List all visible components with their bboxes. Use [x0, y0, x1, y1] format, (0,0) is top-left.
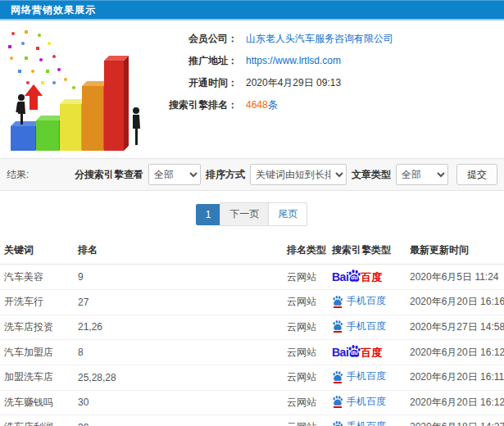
open-time-row: 开通时间： 2020年4月29日 09:13	[149, 76, 504, 98]
updated-time-cell: 2020年6月20日 16:16	[406, 290, 504, 315]
baidu-mobile-paw-icon	[332, 295, 343, 308]
updated-time-cell: 2020年5月27日 14:58	[406, 315, 504, 340]
table-row: 加盟洗车店25,28,28云网站手机百度2020年6月20日 16:11	[0, 365, 504, 391]
baidu-paw-icon: du	[347, 269, 361, 283]
member-company-link[interactable]: 山东老人头汽车服务咨询有限公司	[246, 32, 393, 46]
engine-type-cell: Baidu百度	[328, 340, 406, 365]
header-updated: 最新更新时间	[406, 236, 504, 265]
pagination: 1下一页尾页	[0, 191, 504, 236]
type-filter-select[interactable]: 全部	[396, 164, 448, 185]
baidu-mobile-label: 手机百度	[347, 419, 386, 426]
rank-type-cell: 云网站	[283, 265, 328, 290]
baidu-mobile-badge: 手机百度	[332, 294, 386, 308]
rank-unit: 条	[268, 99, 278, 111]
filter-bar: 结果: 分搜索引擎查看 全部 排序方式 关键词由短到长排序 文章类型 全部 提交	[0, 158, 504, 191]
rank-count: 4648	[246, 99, 268, 111]
baidu-mobile-badge: 手机百度	[332, 320, 386, 333]
page-title: 网络营销效果展示	[11, 3, 96, 17]
engine-filter-select[interactable]: 全部	[148, 164, 201, 185]
baidu-mobile-badge: 手机百度	[332, 369, 386, 383]
rank-type-cell: 云网站	[283, 390, 328, 415]
baidu-mobile-label: 手机百度	[347, 320, 386, 333]
engine-type-cell: 手机百度	[328, 415, 406, 426]
rank-cell: 27	[74, 290, 283, 315]
updated-time-cell: 2020年6月20日 16:12	[406, 390, 504, 415]
sort-filter-select[interactable]: 关键词由短到长排序	[250, 164, 347, 185]
rank-type-cell: 云网站	[283, 315, 328, 340]
engine-type-cell: 手机百度	[328, 290, 406, 315]
updated-time-cell: 2020年6月5日 11:24	[406, 265, 504, 290]
baidu-paw-icon: du	[347, 344, 361, 358]
type-filter-label: 文章类型	[352, 168, 391, 182]
baidu-mobile-paw-icon	[332, 420, 343, 426]
keyword-cell: 加盟洗车店	[0, 365, 74, 391]
baidu-mobile-paw-icon	[332, 395, 343, 408]
engine-rank-row: 搜索引擎排名： 4648条	[149, 98, 504, 120]
last-page-button[interactable]: 尾页	[268, 202, 307, 226]
filter-controls: 分搜索引擎查看 全部 排序方式 关键词由短到长排序 文章类型 全部 提交	[75, 164, 497, 185]
baidu-mobile-badge: 手机百度	[332, 419, 386, 426]
rank-type-cell: 云网站	[283, 290, 328, 315]
header-rank-type: 排名类型	[283, 236, 328, 265]
table-header-row: 关键词 排名 排名类型 搜索引擎类型 最新更新时间	[0, 236, 504, 265]
table-row: 洗车店投资21,26云网站手机百度2020年5月27日 14:58	[0, 315, 504, 340]
updated-time-cell: 2020年6月20日 16:11	[406, 365, 504, 391]
engine-type-cell: 手机百度	[328, 365, 406, 391]
result-label: 结果:	[7, 168, 29, 182]
page-1-button[interactable]: 1	[196, 204, 221, 225]
engine-rank-label: 搜索引擎排名：	[149, 98, 238, 112]
member-info: 会员公司： 山东老人头汽车服务咨询有限公司 推广地址： https://www.…	[149, 20, 504, 120]
baidu-mobile-label: 手机百度	[347, 294, 386, 308]
baidu-logo: Baidu百度	[332, 269, 382, 285]
keyword-cell: 汽车加盟店	[0, 340, 74, 365]
engine-type-cell: 手机百度	[328, 390, 406, 415]
table-row: 洗车店利润30云网站手机百度2020年6月18日 14:27	[0, 415, 504, 426]
engine-filter-label: 分搜索引擎查看	[75, 168, 143, 182]
baidu-logo: Baidu百度	[332, 344, 382, 360]
baidu-mobile-paw-icon	[332, 320, 343, 333]
keyword-cell: 开洗车行	[0, 290, 74, 315]
engine-type-cell: Baidu百度	[328, 265, 406, 290]
baidu-mobile-paw-icon	[332, 370, 343, 383]
rank-type-cell: 云网站	[283, 415, 328, 426]
rank-type-cell: 云网站	[283, 365, 328, 391]
keyword-rank-table: 关键词 排名 排名类型 搜索引擎类型 最新更新时间 汽车美容9云网站Baidu百…	[0, 236, 504, 426]
open-time-label: 开通时间：	[149, 76, 238, 90]
keyword-cell: 洗车赚钱吗	[0, 390, 74, 415]
header-keyword: 关键词	[0, 236, 74, 265]
keyword-cell: 洗车店投资	[0, 315, 74, 340]
keyword-cell: 汽车美容	[0, 265, 74, 290]
table-row: 开洗车行27云网站手机百度2020年6月20日 16:16	[0, 290, 504, 315]
rank-cell: 30	[74, 415, 283, 426]
sort-filter-label: 排序方式	[206, 168, 245, 182]
header-rank: 排名	[74, 236, 283, 265]
promo-url-label: 推广地址：	[149, 54, 238, 68]
updated-time-cell: 2020年6月18日 14:27	[406, 415, 504, 426]
member-company-label: 会员公司：	[149, 32, 238, 46]
open-time-value: 2020年4月29日 09:13	[246, 76, 341, 90]
table-row: 汽车美容9云网站Baidu百度2020年6月5日 11:24	[0, 265, 504, 290]
growth-chart-illustration	[0, 24, 146, 156]
engine-type-cell: 手机百度	[328, 315, 406, 340]
up-arrow-icon	[25, 84, 43, 110]
rank-cell: 9	[74, 265, 283, 290]
promo-url-row: 推广地址： https://www.lrtlsd.com	[149, 54, 504, 76]
promo-url-link[interactable]: https://www.lrtlsd.com	[246, 55, 341, 66]
rank-cell: 25,28,28	[74, 365, 283, 391]
baidu-mobile-label: 手机百度	[347, 369, 386, 383]
table-row: 汽车加盟店8云网站Baidu百度2020年6月20日 16:12	[0, 340, 504, 365]
updated-time-cell: 2020年6月20日 16:12	[406, 340, 504, 365]
next-page-button[interactable]: 下一页	[220, 202, 269, 226]
submit-button[interactable]: 提交	[456, 164, 497, 185]
rank-cell: 8	[74, 340, 283, 365]
keyword-cell: 洗车店利润	[0, 415, 74, 426]
page-header: 网络营销效果展示	[0, 0, 504, 20]
member-company-row: 会员公司： 山东老人头汽车服务咨询有限公司	[149, 32, 504, 54]
rank-cell: 30	[74, 390, 283, 415]
member-summary-section: 会员公司： 山东老人头汽车服务咨询有限公司 推广地址： https://www.…	[0, 20, 504, 158]
baidu-mobile-badge: 手机百度	[332, 395, 386, 409]
baidu-mobile-label: 手机百度	[347, 395, 386, 409]
table-row: 洗车赚钱吗30云网站手机百度2020年6月20日 16:12	[0, 390, 504, 415]
engine-rank-value: 4648条	[246, 98, 278, 112]
header-engine-type: 搜索引擎类型	[328, 236, 406, 265]
